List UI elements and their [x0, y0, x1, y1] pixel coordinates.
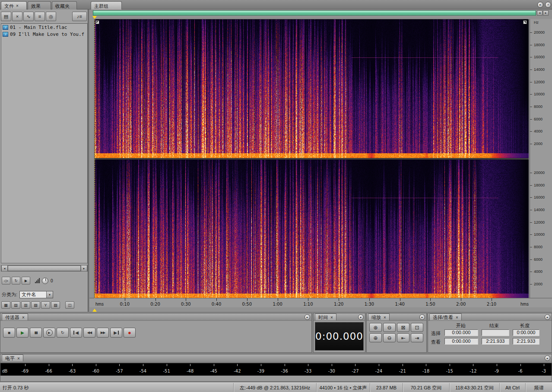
navigator-scroll-left-icon[interactable]: ◄ [537, 10, 542, 16]
timeline-tick-label: 0:20 [150, 302, 160, 307]
close-icon[interactable]: × [16, 4, 19, 8]
time-panel-tab[interactable]: 时间 × [315, 313, 336, 320]
play-looped-button[interactable]: ▶ [43, 328, 55, 338]
playhead-marker-bottom[interactable] [92, 309, 97, 312]
panel-menu-icon[interactable]: ▸ [358, 314, 364, 320]
file-list-item[interactable]: ♪01 - Main Title.flac [1, 24, 87, 31]
zoom-out-full-button[interactable]: ⊠ [397, 323, 409, 332]
zoom-in-vertical-button[interactable]: ⊕ [369, 333, 382, 342]
preview-buttons: ◁×↻▶ [2, 277, 30, 285]
preview-play-button[interactable]: ▶ [22, 277, 30, 285]
view-start-field[interactable]: 0:00.000 [444, 338, 478, 345]
files-panel: ▤×∿≡◎♪≡ ♪01 - Main Title.flac♪09 I'll Ma… [0, 9, 89, 312]
workspace-close-button[interactable]: × [545, 2, 551, 8]
play-button[interactable]: ▶ [16, 328, 29, 338]
tab-files[interactable]: 文件 × [1, 1, 27, 9]
scroll-left-icon[interactable]: ◄ [1, 266, 8, 271]
scroll-right-icon[interactable]: ► [81, 266, 87, 271]
preview-volume-dial[interactable] [42, 278, 48, 284]
file-list[interactable]: ♪01 - Main Title.flac♪09 I'll Make Love … [1, 23, 88, 263]
loop-preview-button[interactable]: ↻ [12, 277, 20, 285]
link-options-button[interactable]: ◫ [65, 301, 74, 309]
current-time-value[interactable]: 0:00.000 [315, 331, 363, 342]
panel-menu-icon[interactable]: ▸ [545, 314, 550, 320]
zoom-in-horizontal-button[interactable]: ⊕ [369, 323, 382, 332]
time-display[interactable]: 0:00.000 [315, 322, 364, 351]
mute-preview-button[interactable]: ◁× [2, 277, 10, 285]
file-list-item[interactable]: ♪09 I'll Make Love to You.f [1, 31, 87, 38]
panel-menu-icon[interactable]: ▸ [419, 314, 425, 320]
frequency-ruler[interactable]: Hz 2000018000160001400012000100008000600… [530, 19, 552, 298]
tab-effects[interactable]: 效果 [28, 1, 51, 9]
spectrogram-channel-left[interactable] [95, 19, 529, 158]
zoom-out-horizontal-button[interactable]: ⊖ [383, 323, 396, 332]
panel-menu-button[interactable]: ▸ [537, 2, 543, 8]
file-list-hscrollbar[interactable]: ◄ ► [1, 265, 88, 272]
chevron-down-icon[interactable]: ▼ [46, 291, 53, 298]
meter-tick [25, 364, 25, 366]
meter-scale-label: -24 [375, 369, 382, 373]
time-panel-header: 时间 × ▸ [314, 313, 365, 321]
options-button[interactable]: ♪≡ [72, 12, 87, 21]
filter-files-toggle[interactable]: Y [41, 301, 50, 309]
record-button[interactable]: ● [124, 328, 136, 338]
zoom-panel-tab[interactable]: 缩放 × [368, 313, 390, 320]
zoom-to-selection-button[interactable]: ⊡ [411, 323, 423, 332]
rewind-button[interactable]: ◀◀ [83, 328, 95, 338]
zoom-to-selection-right-button[interactable]: ⇥ [411, 333, 423, 342]
meter-tick [143, 364, 143, 366]
show-markers-toggle[interactable]: ▥ [21, 301, 30, 309]
spectral-display[interactable] [94, 19, 528, 298]
sort-by-select[interactable]: 文件名 ▼ [19, 291, 53, 298]
import-file-button[interactable]: ▤ [1, 12, 11, 21]
freq-tick [530, 131, 532, 132]
panel-menu-icon[interactable]: ▸ [545, 355, 550, 361]
fast-forward-button[interactable]: ▶▶ [97, 328, 109, 338]
timeline-ruler[interactable]: hms hms 0:100:200:300:400:501:001:101:20… [89, 298, 552, 307]
playhead-line[interactable] [95, 19, 95, 298]
close-icon[interactable]: × [456, 316, 458, 320]
auto-play-files-toggle[interactable]: ▨ [51, 301, 60, 309]
view-end-field[interactable]: 2:21.933 [482, 338, 509, 345]
go-to-end-button[interactable]: ▶ [110, 328, 122, 338]
loop-playback-button-icon: ↻ [61, 330, 64, 335]
zoom-to-selection-left-button[interactable]: ⇤ [397, 333, 409, 342]
meter-tick [285, 364, 285, 366]
view-length-field[interactable]: 2:21.933 [513, 338, 539, 345]
selection-length-field[interactable]: 0:00.000 [513, 329, 539, 336]
transport-panel-tab[interactable]: 传送器 × [2, 313, 28, 320]
cd-view-button[interactable]: ◎ [46, 12, 56, 21]
show-full-path-toggle[interactable]: ▤ [11, 301, 20, 309]
zoom-navigator-bar[interactable] [93, 10, 536, 16]
panel-menu-icon[interactable]: ▸ [305, 314, 310, 320]
show-file-types-toggle[interactable]: ▦ [1, 301, 10, 309]
close-icon[interactable]: × [330, 316, 333, 320]
selection-view-tab[interactable]: 选择/查看 × [429, 313, 462, 320]
selection-handle-left[interactable] [95, 20, 99, 24]
close-icon[interactable]: × [22, 316, 25, 320]
selection-handle-right[interactable] [523, 20, 527, 24]
edit-view-button[interactable]: ∿ [23, 12, 34, 21]
level-meter[interactable]: dB -69-66-63-60-57-54-51-48-45-42-39-36-… [0, 363, 552, 376]
pause-button[interactable]: ▮▮ [30, 328, 42, 338]
status-modifier-keys: Alt Ctrl [499, 383, 525, 392]
spectrogram-channel-right[interactable] [95, 160, 529, 298]
playhead-marker-top[interactable] [92, 16, 97, 19]
levels-panel-tab[interactable]: 电平 × [2, 354, 23, 361]
selection-end-field[interactable] [482, 329, 509, 336]
close-icon[interactable]: × [384, 316, 386, 320]
navigator-scroll-right-icon[interactable]: ► [543, 10, 549, 16]
timeline-tick-label: 1:20 [334, 302, 343, 307]
selection-start-field[interactable]: 0:00.000 [444, 329, 478, 336]
show-details-toggle[interactable]: ▧ [31, 301, 40, 309]
close-icon[interactable]: × [17, 357, 20, 361]
multitrack-view-button[interactable]: ≡ [35, 12, 45, 21]
stop-button[interactable]: ■ [3, 328, 15, 338]
tab-main-group[interactable]: 主群组 [91, 1, 122, 9]
loop-playback-button[interactable]: ↻ [57, 328, 69, 338]
scrollbar-thumb[interactable] [8, 266, 81, 271]
tab-favorites[interactable]: 收藏夹 [52, 1, 77, 9]
go-to-beginning-button[interactable]: ◀ [70, 328, 82, 338]
zoom-out-vertical-button[interactable]: ⊖ [383, 333, 396, 342]
close-file-button[interactable]: × [12, 12, 22, 21]
